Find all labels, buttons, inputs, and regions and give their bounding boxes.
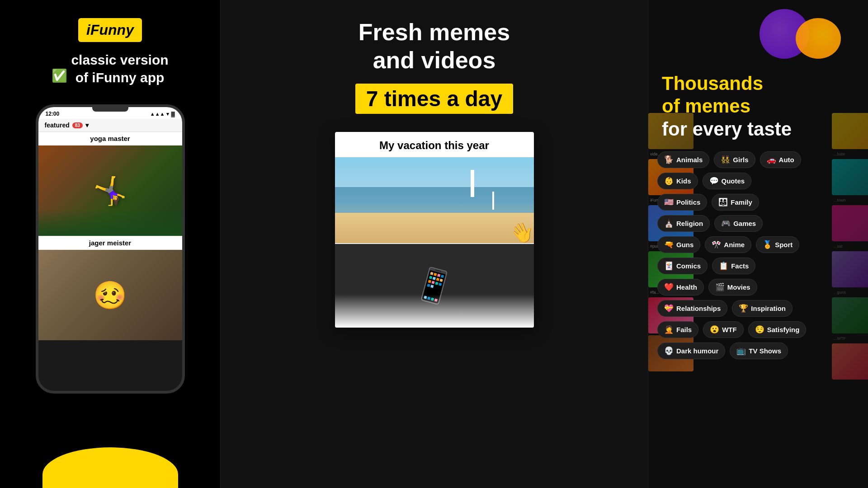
cat-pill-inspiration[interactable]: 🏆Inspiration [732,300,793,317]
highlight-box: 7 times a day [355,84,514,114]
dropdown-icon: ▾ [85,122,89,129]
middle-title: Fresh memes and videos [359,18,510,75]
cat-pill-wtf[interactable]: 😮WTF [703,321,743,338]
cat-pill-satisfying[interactable]: 😌Satisfying [748,321,807,338]
cat-pill-politics[interactable]: 🇺🇸Politics [657,194,707,211]
verified-icon: ✅ [52,68,67,83]
cat-label-guns: Guns [676,241,693,249]
meme-card-top-image: 🖐️ [335,157,534,243]
cat-icon-sport: 🏅 [763,240,772,249]
cat-pill-relationships[interactable]: 💝Relationships [657,300,727,317]
cat-label-sport: Sport [775,241,793,249]
cat-label-dark humour: Dark humour [676,347,718,355]
wifi-icon: ▾ [166,111,169,117]
cat-label-wtf: WTF [722,326,736,333]
app-tagline: classic version of iFunny app [71,51,168,86]
cat-pill-dark-humour[interactable]: 💀Dark humour [657,343,725,359]
cat-label-fails: Fails [676,326,692,333]
cat-label-anime: Anime [724,241,745,249]
notification-badge: 83 [72,122,83,128]
cat-icon-girls: 👯 [721,155,730,164]
cat-icon-games: 🎮 [721,219,731,228]
beach-sand [335,213,534,243]
cat-label-kids: Kids [676,177,691,185]
cat-icon-animals: 🐕 [664,155,674,164]
cat-pill-religion[interactable]: ⛪Religion [657,215,710,232]
meme-card: My vacation this year 🖐️ 📱 [335,132,534,328]
meme1-image: 🤸‍♀️ [38,145,182,236]
cat-row-7: 💝Relationships🏆Inspiration [657,300,806,317]
bg-label-r5: ...WTF [832,335,868,342]
cat-icon-inspiration: 🏆 [739,304,748,313]
panel-middle: Fresh memes and videos 7 times a day My … [220,0,648,488]
cat-icon-anime: 🎌 [712,240,721,249]
cat-pill-sport[interactable]: 🏅Sport [756,236,799,253]
cat-pill-movies[interactable]: 🎬Movies [708,279,757,296]
cat-pill-animals[interactable]: 🐕Animals [657,151,709,168]
cat-pill-fails[interactable]: 🤦Fails [657,321,698,338]
cat-icon-guns: 🔫 [664,240,674,249]
cat-pill-comics[interactable]: 🃏Comics [657,258,708,274]
app-logo: iFunny [78,18,142,42]
jager-figure-icon: 🥴 [93,279,127,311]
cat-icon-auto: 🚗 [767,155,776,164]
cat-label-health: Health [676,283,697,291]
bg-content-right: ...bate ...town ...sat ...guns ...WTF [832,113,868,380]
cat-pill-family[interactable]: 👨‍👩‍👧Family [712,194,759,211]
cat-label-politics: Politics [676,198,700,206]
yoga-figure-icon: 🤸‍♀️ [93,175,127,207]
phone-status-icons: ▲▲▲ ▾ ▓ [150,111,175,117]
cat-pill-tv-shows[interactable]: 📺TV Shows [730,343,788,359]
bg-blobs [760,9,850,63]
bg-thumb-r3 [832,205,868,241]
cat-pill-guns[interactable]: 🔫Guns [657,236,700,253]
bg-thumb-r1 [832,113,868,149]
lighthouse-2 [492,192,494,210]
bg-thumb-r5 [832,297,868,333]
cat-icon-satisfying: 😌 [755,325,764,334]
cat-row-8: 🤦Fails😮WTF😌Satisfying [657,321,806,338]
cat-pill-games[interactable]: 🎮Games [714,215,763,232]
bg-thumb-r6 [832,343,868,380]
cat-row-6: ❤️Health🎬Movies [657,279,806,296]
bg-thumb-r2 [832,159,868,195]
cat-pill-anime[interactable]: 🎌Anime [705,236,751,253]
meme-card-title: My vacation this year [335,132,534,157]
yellow-accent [42,447,178,488]
cat-row-1: 👶Kids💬Quotes [657,173,806,189]
cat-row-9: 💀Dark humour📺TV Shows [657,343,806,359]
cat-pill-auto[interactable]: 🚗Auto [760,151,801,168]
cat-label-relationships: Relationships [676,305,721,312]
cat-icon-facts: 📋 [719,261,728,271]
bg-thumb-r4 [832,251,868,287]
right-title: Thousands of memes for every taste [648,72,805,141]
cat-pill-girls[interactable]: 👯Girls [714,151,755,168]
cat-label-facts: Facts [731,262,749,270]
cat-label-animals: Animals [676,156,703,164]
phone-mockup: 12:00 ▲▲▲ ▾ ▓ featured 83 ▾ yoga master … [36,104,185,394]
logo-area: iFunny [78,18,142,42]
cat-icon-tv shows: 📺 [736,346,746,356]
cat-pill-kids[interactable]: 👶Kids [657,173,698,189]
phone-content: yoga master 🤸‍♀️ jager meister 🥴 [38,132,182,340]
meme1-title: yoga master [38,132,182,145]
cat-label-inspiration: Inspiration [751,305,786,312]
cat-label-movies: Movies [727,283,750,291]
bg-label-r3: ...sat [832,243,868,249]
cat-label-comics: Comics [676,262,701,270]
bg-label-r4: ...guns [832,289,868,296]
bg-label-r2: ...town [832,197,868,203]
cat-icon-quotes: 💬 [709,176,719,186]
cat-pill-facts[interactable]: 📋Facts [712,258,755,274]
bg-label-r1: ...bate [832,151,868,157]
cat-icon-kids: 👶 [664,176,674,186]
cat-icon-relationships: 💝 [664,304,674,313]
cat-icon-religion: ⛪ [664,219,674,228]
battery-icon: ▓ [171,111,175,117]
beach-water [335,187,534,213]
cat-pill-health[interactable]: ❤️Health [657,279,704,296]
beach-scene: 🖐️ [335,157,534,243]
blob-yellow [796,18,841,59]
cat-pill-quotes[interactable]: 💬Quotes [703,173,752,189]
meme-card-bottom-image: 📱 [335,244,534,328]
